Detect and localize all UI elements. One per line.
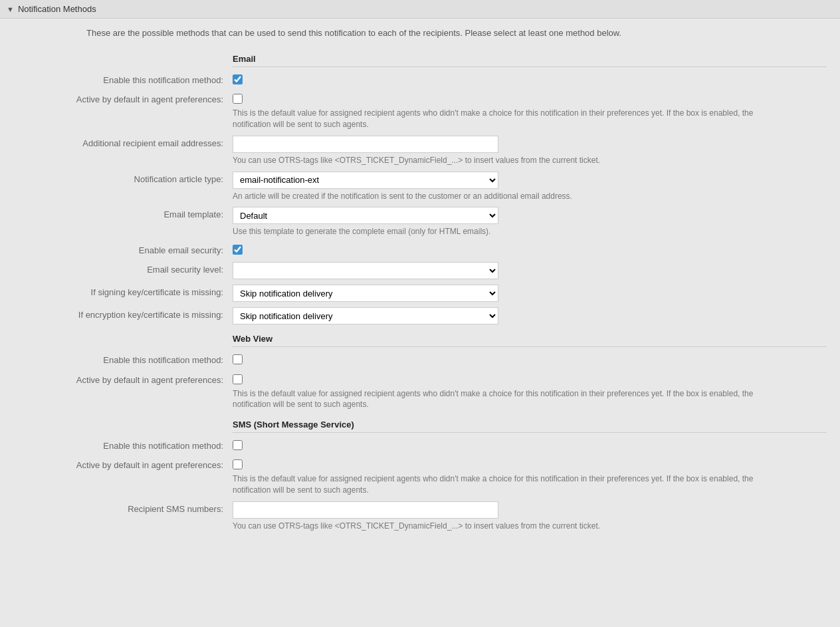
subsection-divider-sms [233, 432, 827, 433]
field-control-email-signing-missing: Skip notification delivery [233, 285, 778, 302]
form-row-email-encryption-missing: If encryption key/certificate is missing… [13, 307, 827, 324]
field-control-webview-enable [233, 352, 778, 366]
form-row-webview-active-default: Active by default in agent preferences:T… [13, 372, 827, 411]
field-label-email-enable: Enable this notification method: [13, 72, 233, 86]
checkbox-webview-active-default[interactable] [233, 374, 243, 384]
checkbox-email-security[interactable] [233, 245, 243, 255]
subsection-title-webview: Web View [233, 330, 272, 346]
description-text: These are the possible methods that can … [86, 28, 751, 38]
field-label-sms-enable: Enable this notification method: [13, 438, 233, 452]
field-control-sms-recipient-numbers: You can use OTRS-tags like <OTRS_TICKET_… [233, 501, 778, 532]
checkbox-email-enable[interactable] [233, 74, 243, 84]
page-wrapper: ▼ Notification Methods These are the pos… [0, 0, 840, 627]
hint-email-article-type: An article will be created if the notifi… [233, 191, 778, 202]
form-row-sms-enable: Enable this notification method: [13, 438, 827, 452]
field-control-sms-enable [233, 438, 778, 452]
sections-container: EmailEnable this notification method:Act… [13, 50, 827, 532]
field-control-email-template: DefaultUse this template to generate the… [233, 207, 778, 237]
form-row-email-active-default: Active by default in agent preferences:T… [13, 92, 827, 130]
form-row-sms-recipient-numbers: Recipient SMS numbers:You can use OTRS-t… [13, 501, 827, 532]
field-label-sms-recipient-numbers: Recipient SMS numbers: [13, 501, 233, 515]
field-control-email-active-default: This is the default value for assigned r… [233, 92, 778, 130]
form-row-email-recipient: Additional recipient email addresses:You… [13, 136, 827, 166]
section-header: ▼ Notification Methods [0, 0, 840, 19]
select-email-article-type[interactable]: email-notification-ext [233, 172, 498, 189]
hint-sms-active-default: This is the default value for assigned r… [233, 473, 778, 496]
section-title: Notification Methods [18, 4, 96, 14]
field-control-email-article-type: email-notification-extAn article will be… [233, 172, 778, 202]
checkbox-email-active-default[interactable] [233, 94, 243, 104]
subsection-title-row-webview: Web View [13, 330, 827, 346]
form-row-webview-enable: Enable this notification method: [13, 352, 827, 366]
field-label-email-signing-missing: If signing key/certificate is missing: [13, 285, 233, 299]
field-control-email-recipient: You can use OTRS-tags like <OTRS_TICKET_… [233, 136, 778, 166]
form-row-email-template: Email template:DefaultUse this template … [13, 207, 827, 237]
form-row-email-security: Enable email security: [13, 243, 827, 257]
field-label-webview-active-default: Active by default in agent preferences: [13, 372, 233, 386]
field-label-email-security-level: Email security level: [13, 262, 233, 276]
field-label-email-article-type: Notification article type: [13, 172, 233, 186]
hint-email-active-default: This is the default value for assigned r… [233, 108, 778, 130]
subsection-title-sms: SMS (Short Message Service) [233, 416, 354, 432]
checkbox-webview-enable[interactable] [233, 354, 243, 364]
field-label-email-template: Email template: [13, 207, 233, 221]
hint-email-template: Use this template to generate the comple… [233, 226, 778, 237]
checkbox-sms-enable[interactable] [233, 440, 243, 450]
field-label-email-recipient: Additional recipient email addresses: [13, 136, 233, 150]
field-control-webview-active-default: This is the default value for assigned r… [233, 372, 778, 411]
field-control-email-enable [233, 72, 778, 86]
hint-webview-active-default: This is the default value for assigned r… [233, 388, 778, 411]
form-row-email-signing-missing: If signing key/certificate is missing:Sk… [13, 285, 827, 302]
subsection-title-row-email: Email [13, 50, 827, 66]
select-email-signing-missing[interactable]: Skip notification delivery [233, 285, 498, 302]
form-row-email-article-type: Notification article type:email-notifica… [13, 172, 827, 202]
form-row-sms-active-default: Active by default in agent preferences:T… [13, 457, 827, 496]
subsection-divider-webview [233, 346, 827, 347]
chevron-icon: ▼ [7, 5, 14, 13]
hint-sms-recipient-numbers: You can use OTRS-tags like <OTRS_TICKET_… [233, 521, 778, 532]
field-label-webview-enable: Enable this notification method: [13, 352, 233, 366]
checkbox-sms-active-default[interactable] [233, 459, 243, 469]
subsection-divider-email [233, 66, 827, 67]
select-email-template[interactable]: Default [233, 207, 498, 224]
field-control-email-security-level [233, 262, 778, 279]
field-label-sms-active-default: Active by default in agent preferences: [13, 457, 233, 471]
content-area: These are the possible methods that can … [0, 19, 840, 551]
subsection-title-email: Email [233, 50, 256, 66]
form-row-email-enable: Enable this notification method: [13, 72, 827, 86]
subsection-title-row-sms: SMS (Short Message Service) [13, 416, 827, 432]
field-label-email-security: Enable email security: [13, 243, 233, 257]
select-email-security-level[interactable] [233, 262, 498, 279]
hint-email-recipient: You can use OTRS-tags like <OTRS_TICKET_… [233, 155, 778, 166]
field-control-email-encryption-missing: Skip notification delivery [233, 307, 778, 324]
text-input-sms-recipient-numbers[interactable] [233, 501, 498, 519]
field-label-email-encryption-missing: If encryption key/certificate is missing… [13, 307, 233, 321]
select-email-encryption-missing[interactable]: Skip notification delivery [233, 307, 498, 324]
field-label-email-active-default: Active by default in agent preferences: [13, 92, 233, 106]
field-control-sms-active-default: This is the default value for assigned r… [233, 457, 778, 496]
form-row-email-security-level: Email security level: [13, 262, 827, 279]
text-input-email-recipient[interactable] [233, 136, 498, 153]
field-control-email-security [233, 243, 778, 257]
